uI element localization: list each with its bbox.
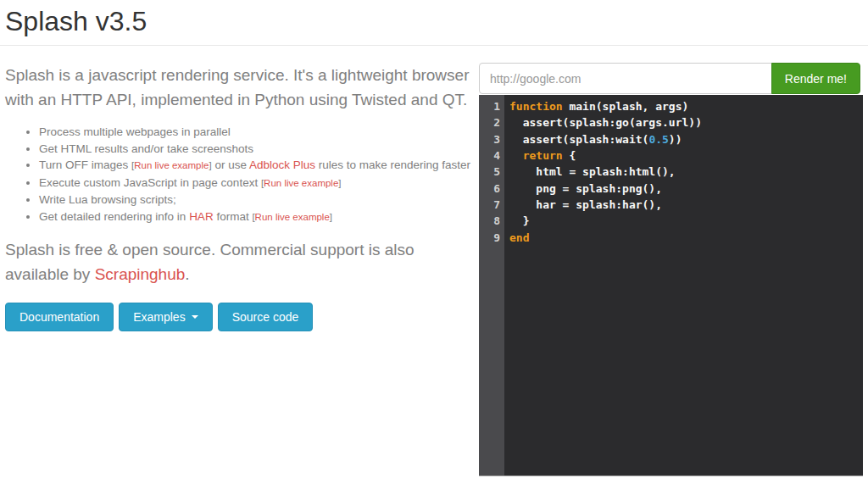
lua-script-editor[interactable]: 123456789 function main(splash, args) as… xyxy=(479,95,863,476)
page: Splash v3.5 Splash is a javascript rende… xyxy=(0,7,868,476)
caret-down-icon xyxy=(192,315,198,319)
source-code-button[interactable]: Source code xyxy=(218,303,314,331)
code-line: html = splash:html(), xyxy=(509,164,863,180)
code-line: } xyxy=(509,213,863,229)
code-line: png = splash:png(), xyxy=(509,181,863,197)
line-number: 1 xyxy=(479,98,500,114)
code-line: end xyxy=(509,230,863,246)
editor-line-number-gutter: 123456789 xyxy=(479,95,504,475)
text-segment: Process multiple webpages in parallel xyxy=(39,125,231,138)
feature-item: Turn OFF images [Run live example] or us… xyxy=(39,157,473,175)
button-label: Source code xyxy=(232,310,299,324)
url-input-group: Render me! xyxy=(479,63,860,94)
text-segment: rules to make rendering faster xyxy=(315,158,470,171)
support-paragraph: Splash is free & open source. Commercial… xyxy=(5,237,473,286)
text-segment: Turn OFF images xyxy=(39,158,131,171)
bracketed-link: [Run live example] xyxy=(131,160,212,170)
code-line: assert(splash:go(args.url)) xyxy=(509,114,863,131)
har-link[interactable]: HAR xyxy=(189,210,214,223)
title-divider xyxy=(0,45,868,46)
documentation-button[interactable]: Documentation xyxy=(5,303,114,331)
text-segment: Get detailed rendering info in xyxy=(39,210,189,223)
code-token: end xyxy=(509,231,529,244)
intro-paragraph: Splash is a javascript rendering service… xyxy=(5,63,473,112)
url-input[interactable] xyxy=(479,63,772,94)
feature-item: Get HTML results and/or take screenshots xyxy=(39,141,473,158)
editor-code-area[interactable]: function main(splash, args) assert(splas… xyxy=(504,95,863,475)
text-segment: or use xyxy=(212,158,249,171)
action-button-row: DocumentationExamplesSource code xyxy=(5,303,473,331)
code-token: )) xyxy=(669,133,682,146)
text-segment: Write Lua browsing scripts; xyxy=(39,193,176,206)
feature-item: Process multiple webpages in parallel xyxy=(39,124,473,141)
page-title: Splash v3.5 xyxy=(0,7,868,36)
run-live-example-link[interactable]: Run live example xyxy=(255,212,330,222)
text-segment: Get HTML results and/or take screenshots xyxy=(39,142,253,155)
code-token: har = splash:har(), xyxy=(509,198,662,211)
text-segment: . xyxy=(185,265,189,283)
line-number: 5 xyxy=(479,164,500,180)
code-line: function main(splash, args) xyxy=(509,98,863,114)
code-line: return { xyxy=(509,147,863,164)
line-number: 6 xyxy=(479,181,500,197)
feature-item: Execute custom JavaScript in page contex… xyxy=(39,175,473,192)
code-token: main(splash, args) xyxy=(563,100,689,113)
code-token: png = splash:png(), xyxy=(509,182,662,195)
code-line: assert(splash:wait(0.5)) xyxy=(509,131,863,147)
code-token: function xyxy=(509,100,563,113)
line-number: 9 xyxy=(479,230,500,246)
text-segment: format xyxy=(214,210,253,223)
text-segment: Splash is free & open source. Commercial… xyxy=(5,241,415,283)
code-token xyxy=(509,149,523,162)
description-column: Splash is a javascript rendering service… xyxy=(0,63,473,331)
line-number: 3 xyxy=(479,131,500,147)
code-token: assert(splash:wait( xyxy=(509,133,648,146)
examples-dropdown-button[interactable]: Examples xyxy=(119,303,212,331)
run-live-example-link[interactable]: Run live example xyxy=(134,160,209,170)
render-panel: Render me! 123456789 function main(splas… xyxy=(479,63,863,476)
text-segment: Execute custom JavaScript in page contex… xyxy=(39,176,261,189)
code-line: har = splash:har(), xyxy=(509,197,863,213)
main-columns: Splash is a javascript rendering service… xyxy=(0,63,868,476)
line-number: 8 xyxy=(479,213,500,229)
button-label: Examples xyxy=(133,310,185,324)
button-label: Documentation xyxy=(19,310,99,324)
code-token: } xyxy=(509,214,529,227)
code-token: assert(splash:go(args.url)) xyxy=(509,116,702,129)
render-button[interactable]: Render me! xyxy=(771,63,860,94)
scrapinghub-link[interactable]: Scrapinghub xyxy=(95,265,186,283)
code-token: 0.5 xyxy=(648,133,668,146)
feature-item: Get detailed rendering info in HAR forma… xyxy=(39,208,473,226)
code-token: html = splash:html(), xyxy=(509,165,676,178)
bracketed-link: [Run live example] xyxy=(261,178,342,188)
line-number: 4 xyxy=(479,147,500,164)
adblock-plus-link[interactable]: Adblock Plus xyxy=(249,158,315,171)
feature-item: Write Lua browsing scripts; xyxy=(39,192,473,208)
bracketed-link: [Run live example] xyxy=(252,212,332,222)
line-number: 2 xyxy=(479,114,500,131)
code-token: return xyxy=(523,149,563,162)
line-number: 7 xyxy=(479,197,500,213)
features-list: Process multiple webpages in parallelGet… xyxy=(5,124,473,225)
code-token: { xyxy=(563,149,576,162)
run-live-example-link[interactable]: Run live example xyxy=(264,178,338,188)
